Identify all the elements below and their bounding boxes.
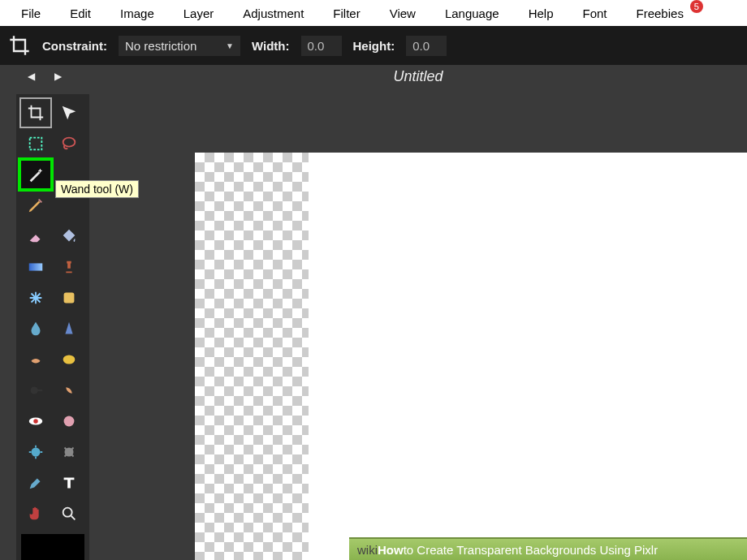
hand-tool[interactable] (21, 500, 50, 528)
width-label: Width: (252, 39, 290, 53)
svg-rect-3 (64, 293, 75, 304)
dodge-tool[interactable] (21, 377, 50, 404)
spot-tool[interactable] (54, 407, 84, 435)
svg-point-5 (31, 386, 38, 394)
crop-icon (8, 34, 31, 57)
svg-rect-0 (30, 138, 42, 150)
pinch-tool[interactable] (54, 438, 84, 466)
document-title: Untitled (89, 68, 747, 85)
transparent-region (195, 153, 309, 560)
wand-tooltip: Wand tool (W) (55, 180, 139, 198)
toolbox: Wand tool (W) (16, 94, 89, 560)
wikihow-how: How (378, 543, 404, 557)
svg-point-9 (64, 416, 75, 427)
patch-tool[interactable] (54, 284, 84, 312)
eyedropper-tool[interactable] (21, 469, 50, 497)
eraser-tool[interactable] (21, 222, 50, 250)
menu-image[interactable]: Image (106, 2, 169, 25)
color-swatch[interactable] (21, 534, 84, 560)
menu-filter[interactable]: Filter (318, 2, 374, 25)
svg-rect-2 (29, 263, 43, 270)
tab-next-icon[interactable]: ▶ (54, 71, 62, 82)
menu-view[interactable]: View (375, 2, 430, 25)
pencil-tool[interactable] (21, 192, 50, 219)
constraint-label: Constraint: (42, 39, 107, 53)
menu-edit[interactable]: Edit (55, 2, 106, 25)
lasso-tool[interactable] (54, 130, 84, 157)
menu-bar: File Edit Image Layer Adjustment Filter … (0, 0, 747, 26)
height-label: Height: (353, 39, 395, 53)
sharpen-tool[interactable] (54, 315, 84, 342)
width-input[interactable]: 0.0 (301, 36, 342, 56)
bloat-tool[interactable] (21, 438, 50, 466)
tab-prev-icon[interactable]: ◀ (28, 71, 35, 82)
zoom-tool[interactable] (54, 500, 84, 528)
menu-adjustment[interactable]: Adjustment (228, 2, 318, 25)
svg-point-12 (63, 508, 72, 517)
marquee-tool[interactable] (21, 130, 50, 157)
gradient-tool[interactable] (21, 253, 50, 281)
height-input[interactable]: 0.0 (406, 36, 447, 56)
tab-bar: ◀ ▶ Untitled (0, 65, 747, 88)
menu-freebies[interactable]: Freebies 5 (622, 2, 698, 25)
redeye-tool[interactable] (21, 407, 50, 435)
svg-point-4 (63, 355, 76, 364)
smudge-tool[interactable] (21, 346, 50, 373)
stamp-tool[interactable] (54, 253, 84, 281)
sponge-tool[interactable] (54, 346, 84, 373)
svg-point-8 (33, 419, 38, 424)
wikihow-caption: wikiHow to Create Transparent Background… (349, 537, 747, 560)
burn-tool[interactable] (54, 377, 84, 404)
menu-layer[interactable]: Layer (169, 2, 229, 25)
svg-point-10 (32, 448, 41, 457)
menu-font[interactable]: Font (568, 2, 622, 25)
freebies-badge: 5 (690, 0, 703, 13)
type-tool[interactable] (54, 469, 84, 497)
menu-help[interactable]: Help (514, 2, 568, 25)
wand-tool[interactable] (21, 161, 50, 188)
wikihow-wiki: wiki (357, 543, 378, 557)
menu-language[interactable]: Language (430, 2, 514, 25)
canvas-area (97, 88, 747, 560)
menu-file[interactable]: File (6, 2, 55, 25)
constraint-select[interactable]: No restriction (119, 36, 240, 56)
options-bar: Constraint: No restriction Width: 0.0 He… (0, 26, 747, 65)
svg-rect-6 (37, 390, 42, 391)
move-tool[interactable] (54, 99, 84, 127)
bucket-tool[interactable] (54, 222, 84, 250)
blur-tool[interactable] (21, 315, 50, 342)
workspace: ◀ ▶ Untitled Wand tool (W) wikiHow to Cr… (0, 65, 747, 560)
crop-tool[interactable] (21, 99, 50, 127)
canvas[interactable] (195, 153, 747, 560)
wikihow-title: to Create Transparent Backgrounds Using … (404, 543, 658, 557)
heal-tool[interactable] (21, 284, 50, 312)
